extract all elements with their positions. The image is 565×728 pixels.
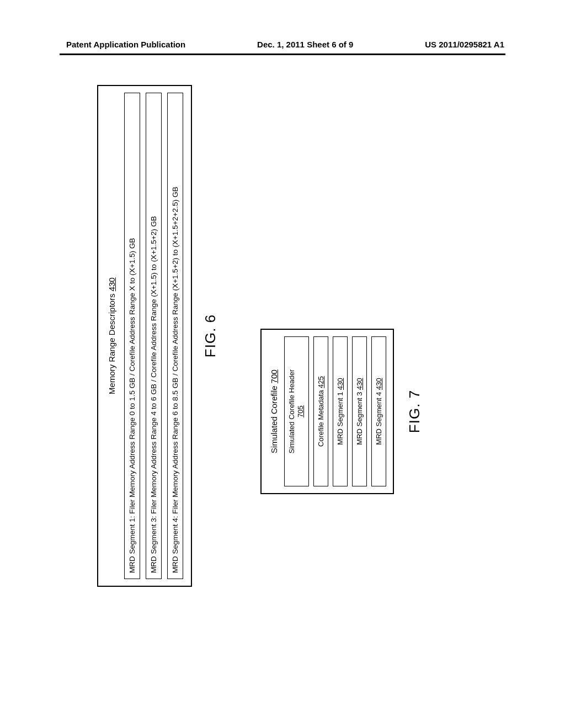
fig7-title-text: Simulated Corefile xyxy=(269,383,279,453)
fig6-title-text: Memory Range Descriptors xyxy=(107,291,116,394)
fig6-row: MRD Segment 4: Filer Memory Address Rang… xyxy=(167,93,183,579)
fig7-row: MRD Segment 3 430 xyxy=(352,336,367,486)
fig6-title-ref: 430 xyxy=(107,277,116,291)
fig6-row: MRD Segment 3: Filer Memory Address Rang… xyxy=(146,93,162,579)
fig7-label: FIG. 7 xyxy=(406,329,423,494)
fig7-row: MRD Segment 4 430 xyxy=(371,336,386,486)
fig7-block: Simulated Corefile 700 Simulated Corefil… xyxy=(260,329,423,494)
fig7-header-box: Simulated Corefile Header 705 xyxy=(284,336,309,486)
fig7-row-text: MRD Segment 4 xyxy=(375,390,383,445)
fig7-title-ref: 700 xyxy=(269,370,279,383)
fig6-title: Memory Range Descriptors 430 xyxy=(107,93,116,579)
fig7-row-ref: 425 xyxy=(317,376,325,388)
fig7-header-ref: 705 xyxy=(296,405,305,417)
fig7-row-text: MRD Segment 3 xyxy=(355,390,364,445)
fig7-title: Simulated Corefile 700 xyxy=(269,336,279,486)
fig7-row: MRD Segment 1 430 xyxy=(333,336,348,486)
figure-area: Memory Range Descriptors 430 MRD Segment… xyxy=(0,0,565,728)
fig7-row: Corefile Metadata 425 xyxy=(313,336,328,486)
fig7-header-line1: Simulated Corefile Header xyxy=(287,370,296,453)
fig7-row-ref: 430 xyxy=(355,378,364,390)
fig6-row: MRD Segment 1: Filer Memory Address Rang… xyxy=(124,93,140,579)
fig7-outer-box: Simulated Corefile 700 Simulated Corefil… xyxy=(260,329,394,494)
fig7-row-text: MRD Segment 1 xyxy=(336,390,344,445)
fig6-block: Memory Range Descriptors 430 MRD Segment… xyxy=(97,85,219,587)
fig7-row-ref: 430 xyxy=(375,378,383,390)
fig6-outer-box: Memory Range Descriptors 430 MRD Segment… xyxy=(97,85,192,587)
fig7-row-ref: 430 xyxy=(336,378,344,390)
fig7-row-text: Corefile Metadata xyxy=(317,388,325,447)
fig6-label: FIG. 6 xyxy=(202,85,219,587)
